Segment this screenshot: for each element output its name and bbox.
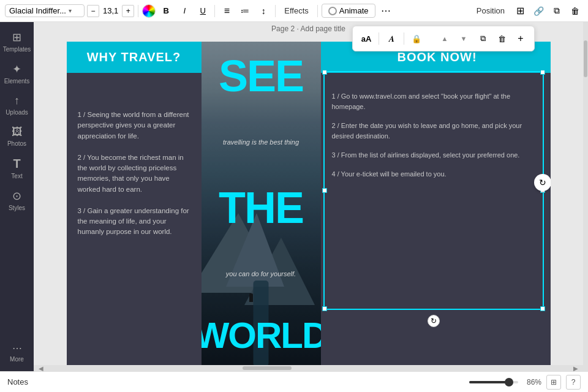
text-color-button[interactable] bbox=[142, 4, 156, 18]
copy-style-button[interactable]: ⧉ bbox=[549, 3, 565, 19]
top-toolbar: Glacial Indiffer... ▾ − 13,1 + B I U ≡ ≔… bbox=[0, 0, 588, 22]
right-scrollbar[interactable] bbox=[583, 22, 588, 371]
position-button[interactable]: Position bbox=[472, 3, 510, 19]
sidebar-item-photos[interactable]: 🖼 Photos bbox=[2, 122, 32, 151]
divider-1 bbox=[138, 5, 138, 17]
font-style-icon: 𝑨 bbox=[389, 34, 394, 44]
grid-toggle-button[interactable]: ⊞ bbox=[546, 375, 561, 390]
handle-bottom-left[interactable] bbox=[322, 306, 327, 311]
divider-3 bbox=[275, 5, 276, 17]
font-style-popup-button[interactable]: 𝑨 bbox=[383, 30, 400, 47]
scroll-left-button[interactable]: ◀ bbox=[39, 365, 43, 372]
top-right-tools: ⊞ 🔗 ⧉ 🗑 bbox=[512, 3, 583, 19]
uploads-label: Uploads bbox=[6, 109, 28, 116]
sidebar-item-uploads[interactable]: ↑ Uploads bbox=[2, 91, 32, 119]
right-body-p1: 1 / Go to www.travel.com and select "boo… bbox=[332, 91, 543, 112]
photos-label: Photos bbox=[7, 140, 26, 147]
layer-add-button[interactable]: + bbox=[512, 30, 529, 47]
left-sidebar: ⊞ Templates ✦ Elements ↑ Uploads 🖼 Photo… bbox=[0, 22, 34, 371]
font-size-controls: − 13,1 + bbox=[87, 5, 134, 17]
col-left: WHY TRAVEL? 1 / Seeing the world from a … bbox=[67, 42, 202, 365]
right-scrollbar-thumb[interactable] bbox=[584, 40, 587, 77]
right-body-p2: 2 / Enter the date you wish to leave and… bbox=[332, 121, 543, 141]
help-button[interactable]: ? bbox=[566, 375, 581, 390]
layer-delete-button[interactable]: 🗑 bbox=[493, 30, 510, 47]
right-header-title: BOOK NOW! bbox=[328, 50, 546, 64]
font-dropdown-arrow: ▾ bbox=[69, 7, 72, 14]
italic-button[interactable]: I bbox=[176, 3, 192, 19]
underline-button[interactable]: U bbox=[195, 3, 211, 19]
more-label: More bbox=[10, 356, 24, 363]
elements-label: Elements bbox=[4, 78, 30, 85]
effects-button[interactable]: Effects bbox=[279, 3, 314, 19]
animate-icon bbox=[328, 7, 337, 15]
list-button[interactable]: ≔ bbox=[237, 3, 253, 19]
canvas-scroll[interactable]: WHY TRAVEL? 1 / Seeing the world from a … bbox=[34, 36, 583, 365]
middle-tagline-1: travelling is the best thing bbox=[223, 138, 299, 146]
rotate-handle[interactable]: ↻ bbox=[428, 315, 440, 327]
bottom-bar: Notes 86% ⊞ ? bbox=[0, 371, 588, 392]
left-body: 1 / Seeing the world from a different pe… bbox=[67, 73, 202, 260]
spacing-button[interactable]: ↕ bbox=[255, 3, 271, 19]
styles-icon: ⊙ bbox=[12, 189, 21, 203]
animate-label: Animate bbox=[339, 6, 369, 15]
font-selector[interactable]: Glacial Indiffer... ▾ bbox=[5, 4, 85, 17]
col-right: BOOK NOW! 1 / Go to www.travel.com and s… bbox=[321, 42, 551, 365]
photos-icon: 🖼 bbox=[12, 126, 23, 138]
left-header: WHY TRAVEL? bbox=[67, 42, 202, 73]
lock-popup-button[interactable]: 🔒 bbox=[408, 30, 425, 47]
col-middle: SEE travelling is the best thing THE you… bbox=[202, 42, 321, 365]
layer-down-button[interactable]: ▼ bbox=[455, 30, 472, 47]
sidebar-item-more[interactable]: ⋯ More bbox=[2, 339, 32, 366]
more-icon: ⋯ bbox=[12, 342, 22, 354]
layer-up-button[interactable]: ▲ bbox=[436, 30, 453, 47]
font-size-increase-button[interactable]: + bbox=[122, 5, 134, 17]
sidebar-item-styles[interactable]: ⊙ Styles bbox=[2, 186, 32, 215]
zoom-slider-thumb[interactable] bbox=[505, 378, 513, 386]
notes-label: Notes bbox=[7, 377, 28, 386]
bold-button[interactable]: B bbox=[158, 3, 174, 19]
middle-tagline-2: you can do for yourself. bbox=[226, 270, 296, 277]
right-body-p3: 3 / From the list of airlines displayed,… bbox=[332, 150, 543, 160]
left-header-title: WHY TRAVEL? bbox=[74, 50, 194, 64]
right-body-p4: 4 / Your e-ticket will be emailed to you… bbox=[332, 169, 543, 179]
text-size-popup-button[interactable]: aA bbox=[358, 30, 375, 47]
uploads-icon: ↑ bbox=[14, 94, 20, 107]
horizontal-scrollbar[interactable]: ◀ ▶ bbox=[34, 365, 583, 371]
handle-bottom-right[interactable] bbox=[540, 306, 545, 311]
more-options-button[interactable]: ⋯ bbox=[378, 3, 394, 19]
layer-copy-button[interactable]: ⧉ bbox=[474, 30, 491, 47]
text-format-popup: aA 𝑨 🔒 ▲ ▼ ⧉ 🗑 + bbox=[352, 26, 535, 51]
link-button[interactable]: 🔗 bbox=[530, 3, 546, 19]
sidebar-item-templates[interactable]: ⊞ Templates bbox=[2, 27, 32, 56]
zoom-slider-track[interactable] bbox=[469, 381, 518, 383]
left-body-p1: 1 / Seeing the world from a different pe… bbox=[78, 110, 190, 141]
left-body-p2: 2 / You become the richest man in the wo… bbox=[78, 153, 190, 195]
grid-view-button[interactable]: ⊞ bbox=[512, 3, 528, 19]
color-wheel-icon bbox=[143, 5, 155, 17]
zoom-slider-fill bbox=[469, 381, 506, 383]
text-label: Text bbox=[11, 173, 22, 179]
divider-2 bbox=[214, 5, 215, 17]
font-name-label: Glacial Indiffer... bbox=[9, 6, 66, 15]
scroll-right-button[interactable]: ▶ bbox=[573, 365, 578, 372]
delete-button[interactable]: 🗑 bbox=[567, 3, 583, 19]
horizontal-scrollbar-thumb[interactable] bbox=[243, 366, 292, 370]
animate-button[interactable]: Animate bbox=[322, 4, 375, 18]
sidebar-item-elements[interactable]: ✦ Elements bbox=[2, 59, 32, 88]
font-size-value: 13,1 bbox=[100, 6, 121, 15]
text-size-icon: aA bbox=[361, 34, 372, 43]
align-button[interactable]: ≡ bbox=[219, 3, 235, 19]
text-icon: T bbox=[13, 157, 20, 171]
middle-overlay: SEE travelling is the best thing THE you… bbox=[202, 42, 321, 365]
left-body-p3: 3 / Gain a greater understanding for the… bbox=[78, 206, 190, 238]
canvas-with-scrollbar: Page 2 · Add page title WHY TRAVEL? 1 / … bbox=[34, 22, 588, 371]
main-layout: ⊞ Templates ✦ Elements ↑ Uploads 🖼 Photo… bbox=[0, 22, 588, 371]
sidebar-item-text[interactable]: T Text bbox=[2, 153, 32, 183]
zoom-percent: 86% bbox=[522, 378, 541, 386]
divider-4 bbox=[317, 5, 318, 17]
middle-text-see: SEE bbox=[219, 54, 303, 98]
font-size-decrease-button[interactable]: − bbox=[87, 5, 99, 17]
styles-label: Styles bbox=[9, 205, 25, 211]
right-edge-tool-button[interactable]: ↻ bbox=[534, 174, 551, 191]
